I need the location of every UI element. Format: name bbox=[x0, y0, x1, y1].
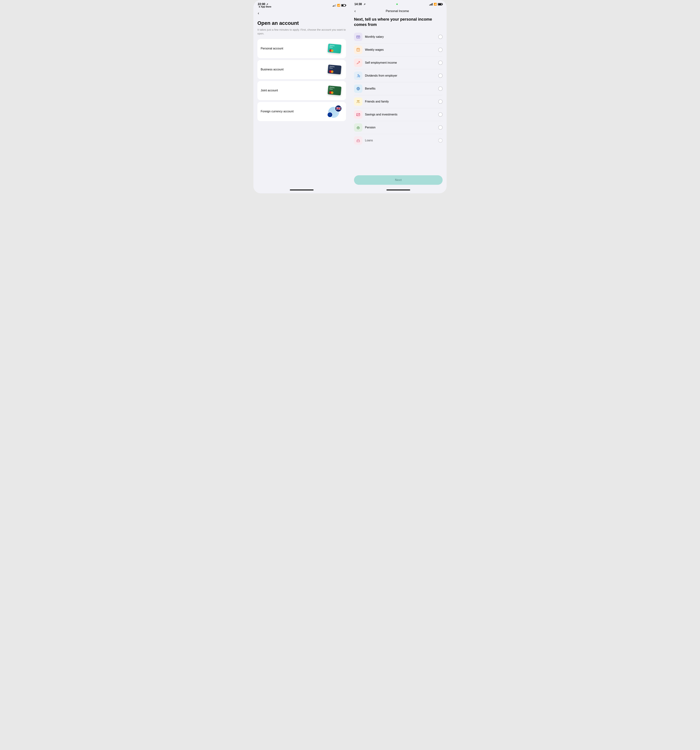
option-monthly-salary[interactable]: Monthly salary bbox=[354, 31, 443, 43]
nav-title-right: Personal Income bbox=[356, 9, 438, 13]
monthly-salary-icon-wrap bbox=[354, 33, 362, 41]
personal-bank-card: StarlingBank bbox=[328, 44, 341, 54]
weekly-wages-icon-wrap: 17 bbox=[354, 46, 362, 54]
signal-bar-3 bbox=[335, 5, 335, 6]
monthly-salary-radio[interactable] bbox=[438, 35, 443, 39]
self-employment-icon-wrap bbox=[354, 58, 362, 67]
personal-card-visual: StarlingBank bbox=[326, 43, 343, 55]
signal-bar-r2 bbox=[430, 4, 431, 6]
uk-flag: 🇬🇧 bbox=[335, 105, 342, 112]
weekly-wages-label: Weekly wages bbox=[365, 48, 438, 51]
personal-card-text: StarlingBank bbox=[329, 45, 340, 49]
nav-bar-left: ‹ bbox=[253, 9, 350, 18]
loans-radio[interactable] bbox=[438, 138, 443, 143]
loans-icon-wrap bbox=[354, 136, 362, 144]
back-button-left[interactable]: ‹ bbox=[257, 10, 260, 17]
eu-flag: 🇪🇺 bbox=[327, 112, 333, 117]
status-right-left: 📶 bbox=[333, 4, 345, 7]
app-store-label: ◄ App Store bbox=[258, 6, 271, 8]
option-savings-investments[interactable]: Savings and investments bbox=[354, 108, 443, 121]
mc-orange-business bbox=[331, 71, 333, 73]
loans-icon bbox=[356, 138, 360, 143]
green-dot-right bbox=[396, 3, 398, 5]
page-subtitle: It takes just a few minutes to apply. Fi… bbox=[257, 28, 346, 35]
dividends-icon-wrap bbox=[354, 72, 362, 80]
monthly-salary-label: Monthly salary bbox=[365, 35, 438, 38]
pension-radio[interactable] bbox=[438, 125, 443, 130]
svg-point-10 bbox=[358, 74, 359, 75]
friends-family-radio[interactable] bbox=[438, 99, 443, 104]
signal-bar-r4 bbox=[432, 3, 433, 6]
business-account-label: Business account bbox=[261, 68, 284, 71]
option-loans-partial[interactable]: Loans bbox=[354, 134, 443, 147]
self-employment-radio[interactable] bbox=[438, 61, 443, 65]
mc-orange-personal bbox=[331, 49, 333, 52]
right-screen: 14:38 ↗ 📶 ‹ Personal bbox=[350, 0, 447, 193]
wifi-icon-right: 📶 bbox=[434, 3, 437, 6]
friends-family-icon bbox=[356, 100, 360, 104]
friends-family-icon-wrap bbox=[354, 97, 362, 106]
dividends-icon bbox=[356, 74, 360, 78]
signal-bar-r3 bbox=[431, 4, 432, 6]
status-time-right: 14:38 ↗ bbox=[355, 3, 365, 6]
screens-container: 22:00 ↗ ◄ App Store 📶 ‹ bbox=[253, 0, 447, 193]
option-dividends[interactable]: Dividends from employer bbox=[354, 69, 443, 82]
back-button-right[interactable]: ‹ bbox=[354, 8, 356, 14]
benefits-label: Benefits bbox=[365, 87, 438, 90]
self-employment-icon bbox=[356, 61, 360, 65]
weekly-wages-radio[interactable] bbox=[438, 48, 443, 52]
joint-account-label: Joint account bbox=[261, 89, 278, 92]
battery-fill-left bbox=[342, 5, 344, 6]
option-weekly-wages[interactable]: 17 Weekly wages bbox=[354, 43, 443, 56]
dividends-radio[interactable] bbox=[438, 74, 443, 78]
pension-icon bbox=[356, 126, 360, 129]
business-card-visual: StarlingBank bbox=[326, 64, 343, 75]
savings-investments-label: Savings and investments bbox=[365, 113, 438, 116]
signal-bars-right bbox=[429, 3, 433, 6]
page-content-left: Open an account It takes just a few minu… bbox=[253, 18, 350, 188]
nav-bar-right: ‹ Personal Income bbox=[350, 7, 447, 16]
svg-text:17: 17 bbox=[358, 50, 359, 51]
business-account-card[interactable]: Business account StarlingBank bbox=[257, 60, 346, 79]
dividends-label: Dividends from employer bbox=[365, 74, 438, 77]
signal-bar-r1 bbox=[429, 5, 430, 6]
option-pension[interactable]: Pension bbox=[354, 121, 443, 134]
benefits-icon bbox=[356, 87, 360, 91]
left-screen: 22:00 ↗ ◄ App Store 📶 ‹ bbox=[253, 0, 350, 193]
foreign-card-visual: 🇬🇧 🇪🇺 bbox=[326, 106, 343, 117]
business-card-text: StarlingBank bbox=[329, 66, 340, 70]
option-friends-family[interactable]: Friends and family bbox=[354, 95, 443, 108]
personal-account-label: Personal account bbox=[261, 47, 283, 50]
pension-icon-wrap bbox=[354, 123, 362, 132]
signal-bar-2 bbox=[333, 5, 334, 6]
benefits-icon-wrap bbox=[354, 85, 362, 93]
status-top-left: 22:00 ↗ ◄ App Store bbox=[258, 3, 271, 8]
svg-point-9 bbox=[359, 61, 360, 62]
joint-account-card[interactable]: Joint account StarlingBank bbox=[257, 81, 346, 100]
status-bar-left: 22:00 ↗ ◄ App Store 📶 bbox=[253, 0, 350, 9]
pension-label: Pension bbox=[365, 126, 438, 129]
svg-rect-24 bbox=[357, 140, 360, 142]
personal-account-card[interactable]: Personal account StarlingBank bbox=[257, 39, 346, 58]
joint-card-visual: StarlingBank bbox=[326, 85, 343, 97]
svg-point-8 bbox=[357, 63, 358, 64]
option-benefits[interactable]: Benefits bbox=[354, 82, 443, 95]
signal-bars-left bbox=[333, 4, 336, 6]
mastercard-dots-joint bbox=[329, 91, 339, 95]
weekly-wages-icon: 17 bbox=[356, 48, 360, 52]
signal-bar-4 bbox=[335, 4, 336, 6]
foreign-currency-account-card[interactable]: Foreign currency account 🇬🇧 🇪🇺 bbox=[257, 102, 346, 121]
battery-icon-left bbox=[341, 4, 345, 6]
monthly-salary-icon bbox=[356, 35, 360, 39]
foreign-currency-account-label: Foreign currency account bbox=[261, 110, 294, 113]
joint-card-text: StarlingBank bbox=[329, 86, 340, 91]
business-bank-card: StarlingBank bbox=[328, 65, 341, 74]
benefits-radio[interactable] bbox=[438, 86, 443, 91]
status-bar-right: 14:38 ↗ 📶 bbox=[350, 0, 447, 7]
page-title: Open an account bbox=[257, 20, 346, 26]
mc-orange-joint bbox=[331, 91, 333, 94]
option-self-employment[interactable]: Self employment income bbox=[354, 56, 443, 69]
next-button[interactable]: Next bbox=[354, 175, 443, 185]
home-indicator-right bbox=[387, 189, 410, 191]
savings-investments-radio[interactable] bbox=[438, 112, 443, 117]
